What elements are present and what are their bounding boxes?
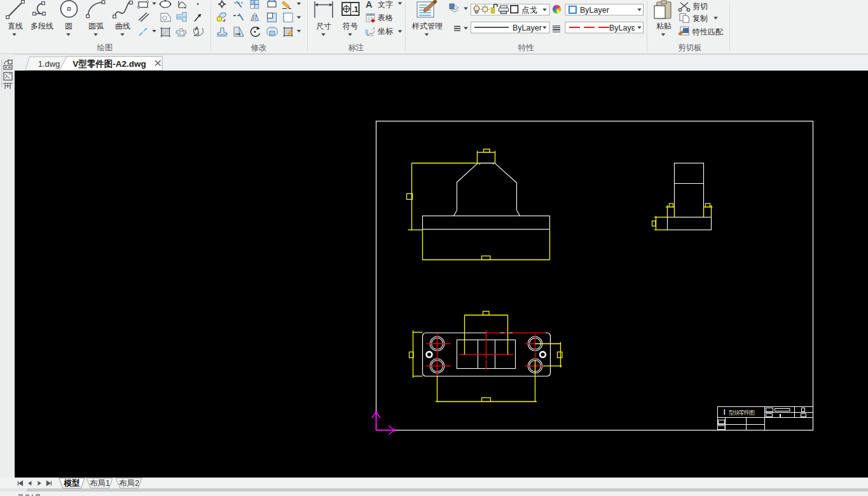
svg-text:剪切: 剪切 [692,2,708,11]
svg-text:ByLayer: ByLayer [580,6,609,15]
svg-text:A: A [195,25,199,32]
svg-text:剪切板: 剪切板 [678,43,702,52]
svg-text:点戈: 点戈 [521,6,538,15]
svg-text:布局2: 布局2 [119,479,139,488]
svg-text:粘贴: 粘贴 [656,22,672,31]
svg-text:符号: 符号 [343,22,358,31]
svg-text:V型零件图-A2.dwg: V型零件图-A2.dwg [72,59,146,69]
svg-text:绘图: 绘图 [97,43,113,52]
svg-text:.1: .1 [352,5,359,14]
svg-text:布局1: 布局1 [90,479,110,488]
svg-text:1.dwg: 1.dwg [38,59,60,69]
svg-text:修改: 修改 [251,43,267,52]
svg-text:坐标: 坐标 [377,27,394,36]
svg-text:样式管理: 样式管理 [411,22,443,31]
svg-text:文字: 文字 [378,0,393,9]
svg-text:表格: 表格 [378,13,393,22]
svg-text:型块零件图: 型块零件图 [728,409,755,416]
svg-text:圆: 圆 [65,22,72,31]
svg-text:ByLayɛ: ByLayɛ [609,24,635,32]
svg-text:特性匹配: 特性匹配 [692,27,723,36]
svg-text:标注: 标注 [348,43,364,52]
svg-text:直线: 直线 [8,22,23,31]
svg-text:特性: 特性 [518,43,535,52]
svg-text:复制: 复制 [692,14,708,23]
svg-text:尺寸: 尺寸 [316,22,331,31]
svg-text:曲线: 曲线 [115,22,130,31]
svg-text:多段线: 多段线 [31,22,53,31]
svg-text:模型: 模型 [64,479,81,488]
svg-text:A: A [366,0,373,10]
svg-text:ByLayer: ByLayer [513,24,542,32]
svg-text:圆弧: 圆弧 [88,22,104,31]
